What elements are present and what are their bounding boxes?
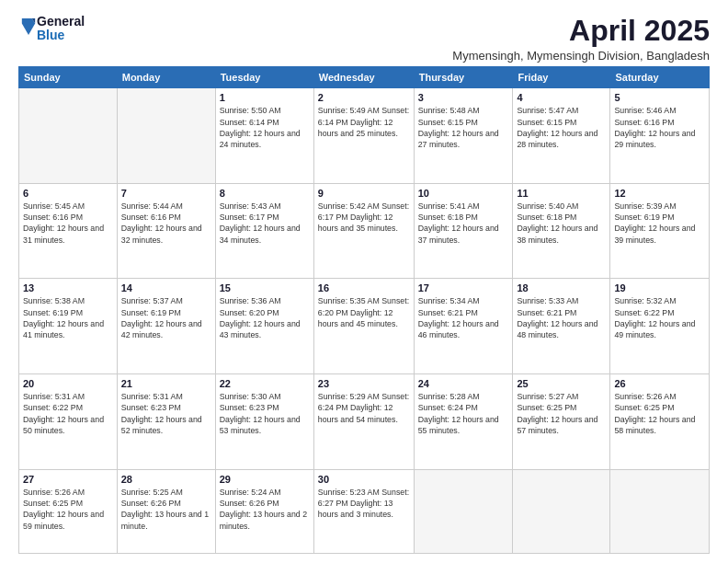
day-detail: Sunrise: 5:31 AM Sunset: 6:23 PM Dayligh…: [121, 391, 211, 436]
day-detail: Sunrise: 5:24 AM Sunset: 6:26 PM Dayligh…: [220, 487, 310, 532]
table-row: 7Sunrise: 5:44 AM Sunset: 6:16 PM Daylig…: [117, 183, 215, 279]
day-number: 10: [418, 188, 509, 199]
day-number: 13: [23, 282, 113, 293]
table-row: 4Sunrise: 5:47 AM Sunset: 6:15 PM Daylig…: [513, 88, 610, 184]
day-detail: Sunrise: 5:46 AM Sunset: 6:16 PM Dayligh…: [614, 105, 705, 150]
table-row: 20Sunrise: 5:31 AM Sunset: 6:22 PM Dayli…: [19, 374, 118, 470]
day-number: 7: [121, 188, 211, 199]
day-detail: Sunrise: 5:35 AM Sunset: 6:20 PM Dayligh…: [318, 295, 410, 329]
table-row: 23Sunrise: 5:29 AM Sunset: 6:24 PM Dayli…: [313, 374, 414, 470]
table-row: [19, 88, 118, 184]
table-row: 13Sunrise: 5:38 AM Sunset: 6:19 PM Dayli…: [19, 279, 118, 374]
day-detail: Sunrise: 5:25 AM Sunset: 6:26 PM Dayligh…: [121, 487, 211, 532]
day-number: 14: [121, 282, 211, 293]
logo-icon: [20, 17, 37, 37]
day-number: 24: [418, 378, 509, 389]
table-row: 30Sunrise: 5:23 AM Sunset: 6:27 PM Dayli…: [313, 469, 414, 553]
subtitle: Mymensingh, Mymensingh Division, Banglad…: [452, 49, 710, 63]
day-number: 23: [318, 378, 410, 389]
table-row: 3Sunrise: 5:48 AM Sunset: 6:15 PM Daylig…: [414, 88, 513, 184]
day-number: 1: [220, 92, 310, 103]
day-detail: Sunrise: 5:39 AM Sunset: 6:19 PM Dayligh…: [614, 201, 705, 246]
day-number: 30: [318, 474, 410, 485]
table-row: 26Sunrise: 5:26 AM Sunset: 6:25 PM Dayli…: [610, 374, 710, 470]
day-detail: Sunrise: 5:37 AM Sunset: 6:19 PM Dayligh…: [121, 295, 211, 340]
table-row: [610, 469, 710, 553]
day-number: 21: [121, 378, 211, 389]
day-detail: Sunrise: 5:48 AM Sunset: 6:15 PM Dayligh…: [418, 105, 509, 150]
day-number: 29: [220, 474, 310, 485]
day-number: 4: [517, 92, 606, 103]
logo-text: General Blue: [37, 15, 85, 43]
day-detail: Sunrise: 5:33 AM Sunset: 6:21 PM Dayligh…: [517, 295, 606, 340]
day-number: 5: [614, 92, 705, 103]
day-detail: Sunrise: 5:29 AM Sunset: 6:24 PM Dayligh…: [318, 391, 410, 425]
day-number: 26: [614, 378, 705, 389]
header-thursday: Thursday: [414, 67, 513, 88]
day-number: 25: [517, 378, 606, 389]
day-number: 28: [121, 474, 211, 485]
header-saturday: Saturday: [610, 67, 710, 88]
table-row: 24Sunrise: 5:28 AM Sunset: 6:24 PM Dayli…: [414, 374, 513, 470]
month-title: April 2025: [452, 15, 710, 47]
day-detail: Sunrise: 5:30 AM Sunset: 6:23 PM Dayligh…: [220, 391, 310, 436]
table-row: 19Sunrise: 5:32 AM Sunset: 6:22 PM Dayli…: [610, 279, 710, 374]
day-number: 12: [614, 188, 705, 199]
header-friday: Friday: [513, 67, 610, 88]
day-number: 20: [23, 378, 113, 389]
day-detail: Sunrise: 5:47 AM Sunset: 6:15 PM Dayligh…: [517, 105, 606, 150]
day-detail: Sunrise: 5:31 AM Sunset: 6:22 PM Dayligh…: [23, 391, 113, 436]
day-detail: Sunrise: 5:41 AM Sunset: 6:18 PM Dayligh…: [418, 201, 509, 246]
svg-marker-0: [22, 18, 35, 35]
header-wednesday: Wednesday: [313, 67, 414, 88]
title-block: April 2025 Mymensingh, Mymensingh Divisi…: [452, 15, 710, 63]
table-row: 17Sunrise: 5:34 AM Sunset: 6:21 PM Dayli…: [414, 279, 513, 374]
table-row: 16Sunrise: 5:35 AM Sunset: 6:20 PM Dayli…: [313, 279, 414, 374]
day-detail: Sunrise: 5:26 AM Sunset: 6:25 PM Dayligh…: [614, 391, 705, 436]
logo-general: General: [37, 15, 85, 29]
day-detail: Sunrise: 5:49 AM Sunset: 6:14 PM Dayligh…: [318, 105, 410, 139]
table-row: [117, 88, 215, 184]
table-row: 27Sunrise: 5:26 AM Sunset: 6:25 PM Dayli…: [19, 469, 118, 553]
table-row: [513, 469, 610, 553]
day-detail: Sunrise: 5:28 AM Sunset: 6:24 PM Dayligh…: [418, 391, 509, 436]
table-row: 8Sunrise: 5:43 AM Sunset: 6:17 PM Daylig…: [215, 183, 313, 279]
day-number: 9: [318, 188, 410, 199]
day-detail: Sunrise: 5:26 AM Sunset: 6:25 PM Dayligh…: [23, 487, 113, 532]
day-detail: Sunrise: 5:45 AM Sunset: 6:16 PM Dayligh…: [23, 201, 113, 246]
day-number: 16: [318, 282, 410, 293]
day-detail: Sunrise: 5:44 AM Sunset: 6:16 PM Dayligh…: [121, 201, 211, 246]
logo: General Blue: [18, 15, 85, 43]
table-row: 5Sunrise: 5:46 AM Sunset: 6:16 PM Daylig…: [610, 88, 710, 184]
day-detail: Sunrise: 5:50 AM Sunset: 6:14 PM Dayligh…: [220, 105, 310, 150]
header: General Blue April 2025 Mymensingh, Myme…: [18, 15, 710, 63]
header-sunday: Sunday: [19, 67, 118, 88]
calendar-table: Sunday Monday Tuesday Wednesday Thursday…: [18, 66, 710, 554]
day-detail: Sunrise: 5:32 AM Sunset: 6:22 PM Dayligh…: [614, 295, 705, 340]
table-row: 15Sunrise: 5:36 AM Sunset: 6:20 PM Dayli…: [215, 279, 313, 374]
day-detail: Sunrise: 5:23 AM Sunset: 6:27 PM Dayligh…: [318, 487, 410, 521]
logo-blue: Blue: [37, 29, 85, 42]
table-row: 25Sunrise: 5:27 AM Sunset: 6:25 PM Dayli…: [513, 374, 610, 470]
day-number: 8: [220, 188, 310, 199]
table-row: 9Sunrise: 5:42 AM Sunset: 6:17 PM Daylig…: [313, 183, 414, 279]
table-row: 1Sunrise: 5:50 AM Sunset: 6:14 PM Daylig…: [215, 88, 313, 184]
day-number: 2: [318, 92, 410, 103]
header-tuesday: Tuesday: [215, 67, 313, 88]
day-detail: Sunrise: 5:27 AM Sunset: 6:25 PM Dayligh…: [517, 391, 606, 436]
day-number: 3: [418, 92, 509, 103]
day-number: 27: [23, 474, 113, 485]
table-row: 29Sunrise: 5:24 AM Sunset: 6:26 PM Dayli…: [215, 469, 313, 553]
day-number: 11: [517, 188, 606, 199]
table-row: [414, 469, 513, 553]
table-row: 21Sunrise: 5:31 AM Sunset: 6:23 PM Dayli…: [117, 374, 215, 470]
header-monday: Monday: [117, 67, 215, 88]
table-row: 18Sunrise: 5:33 AM Sunset: 6:21 PM Dayli…: [513, 279, 610, 374]
table-row: 14Sunrise: 5:37 AM Sunset: 6:19 PM Dayli…: [117, 279, 215, 374]
calendar-header-row: Sunday Monday Tuesday Wednesday Thursday…: [19, 67, 710, 88]
day-number: 15: [220, 282, 310, 293]
day-number: 18: [517, 282, 606, 293]
day-detail: Sunrise: 5:38 AM Sunset: 6:19 PM Dayligh…: [23, 295, 113, 340]
table-row: 28Sunrise: 5:25 AM Sunset: 6:26 PM Dayli…: [117, 469, 215, 553]
table-row: 12Sunrise: 5:39 AM Sunset: 6:19 PM Dayli…: [610, 183, 710, 279]
